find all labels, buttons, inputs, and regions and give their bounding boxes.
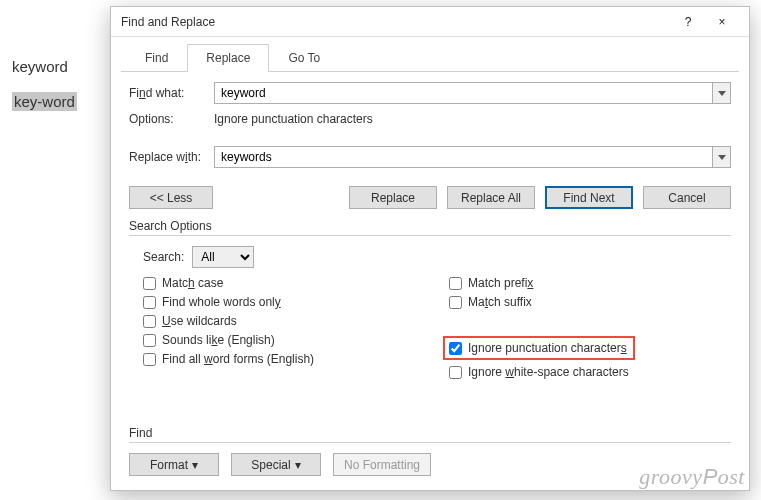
- cancel-button[interactable]: Cancel: [643, 186, 731, 209]
- less-button[interactable]: << Less: [129, 186, 213, 209]
- chevron-down-icon: [718, 155, 726, 160]
- ignore-punctuation-checkbox[interactable]: [449, 342, 462, 355]
- whole-words-label: Find whole words only: [162, 295, 281, 309]
- ignore-whitespace-checkbox[interactable]: [449, 366, 462, 379]
- format-button-label: Format: [150, 458, 188, 472]
- doc-word-2-highlighted: key-word: [12, 92, 77, 111]
- help-button[interactable]: ?: [671, 7, 705, 37]
- special-button[interactable]: Special▾: [231, 453, 321, 476]
- word-forms-checkbox[interactable]: [143, 353, 156, 366]
- chevron-down-icon: [718, 91, 726, 96]
- match-prefix-label: Match prefix: [468, 276, 533, 290]
- watermark: groovyPost: [639, 464, 745, 490]
- tab-replace[interactable]: Replace: [187, 44, 269, 72]
- less-button-label: << Less: [150, 191, 193, 205]
- divider: [129, 442, 731, 443]
- options-label: Options:: [129, 112, 214, 126]
- dialog-body: Find what: Options: Ignore punctuation c…: [111, 72, 749, 490]
- match-case-checkbox[interactable]: [143, 277, 156, 290]
- replace-with-input[interactable]: [214, 146, 713, 168]
- whole-words-checkbox[interactable]: [143, 296, 156, 309]
- find-next-button[interactable]: Find Next: [545, 186, 633, 209]
- checkboxes: Match case Find whole words only Use wil…: [129, 276, 731, 384]
- no-formatting-label: No Formatting: [344, 458, 420, 472]
- search-direction-select[interactable]: All: [192, 246, 254, 268]
- replace-all-button-label: Replace All: [461, 191, 521, 205]
- match-case-label: Match case: [162, 276, 223, 290]
- sounds-like-checkbox[interactable]: [143, 334, 156, 347]
- tab-goto[interactable]: Go To: [269, 44, 339, 72]
- divider: [129, 235, 731, 236]
- match-prefix-checkbox[interactable]: [449, 277, 462, 290]
- find-next-button-label: Find Next: [563, 191, 614, 205]
- tab-find[interactable]: Find: [126, 44, 187, 72]
- close-button[interactable]: ×: [705, 7, 739, 37]
- tab-find-label: Find: [145, 51, 168, 65]
- wildcards-checkbox[interactable]: [143, 315, 156, 328]
- format-button[interactable]: Format▾: [129, 453, 219, 476]
- replace-with-label: Replace with:: [129, 150, 214, 164]
- word-forms-label: Find all word forms (English): [162, 352, 314, 366]
- replace-with-dropdown[interactable]: [713, 146, 731, 168]
- replace-button[interactable]: Replace: [349, 186, 437, 209]
- action-buttons: << Less Replace Replace All Find Next Ca…: [129, 186, 731, 209]
- options-value: Ignore punctuation characters: [214, 112, 373, 126]
- special-button-label: Special: [251, 458, 290, 472]
- tab-replace-label: Replace: [206, 51, 250, 65]
- find-section-label: Find: [129, 426, 731, 440]
- wildcards-label: Use wildcards: [162, 314, 237, 328]
- no-formatting-button: No Formatting: [333, 453, 431, 476]
- find-what-label: Find what:: [129, 86, 214, 100]
- replace-all-button[interactable]: Replace All: [447, 186, 535, 209]
- caret-down-icon: ▾: [192, 458, 198, 472]
- ignore-whitespace-label: Ignore white-space characters: [468, 365, 629, 379]
- cancel-button-label: Cancel: [668, 191, 705, 205]
- sounds-like-label: Sounds like (English): [162, 333, 275, 347]
- search-options-label: Search Options: [129, 219, 731, 233]
- dialog-title: Find and Replace: [121, 15, 671, 29]
- replace-button-label: Replace: [371, 191, 415, 205]
- find-replace-dialog: Find and Replace ? × Find Replace Go To …: [110, 6, 750, 491]
- find-what-dropdown[interactable]: [713, 82, 731, 104]
- tabs: Find Replace Go To: [111, 37, 749, 71]
- find-what-input[interactable]: [214, 82, 713, 104]
- titlebar: Find and Replace ? ×: [111, 7, 749, 37]
- search-label: Search:: [143, 250, 184, 264]
- match-suffix-checkbox[interactable]: [449, 296, 462, 309]
- ignore-punctuation-label: Ignore punctuation characters: [468, 341, 627, 355]
- caret-down-icon: ▾: [295, 458, 301, 472]
- match-suffix-label: Match suffix: [468, 295, 532, 309]
- tab-goto-label: Go To: [288, 51, 320, 65]
